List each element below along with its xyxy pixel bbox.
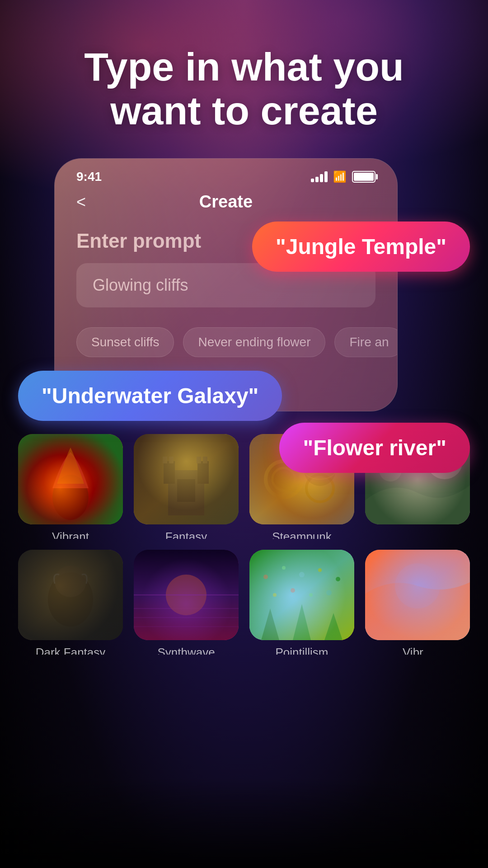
svg-rect-2	[134, 434, 239, 524]
styles-row-2: Dark Fantasy	[18, 550, 470, 655]
style-vibrant[interactable]: Vibrant	[18, 434, 123, 539]
style-synthwave-image	[134, 550, 239, 640]
svg-rect-9	[203, 457, 207, 463]
svg-point-27	[166, 575, 206, 615]
style-vibrant-image	[18, 434, 123, 524]
back-button[interactable]: <	[76, 193, 86, 212]
style-darkfantasy-label: Dark Fantasy	[18, 646, 123, 655]
svg-point-22	[55, 566, 86, 597]
signal-icon	[311, 171, 328, 182]
floating-label-jungle: "Jungle Temple"	[252, 222, 470, 272]
style-darkfantasy[interactable]: Dark Fantasy	[18, 550, 123, 655]
style-darkfantasy-svg	[18, 550, 123, 640]
signal-bar-2	[315, 177, 319, 182]
style-fantasy[interactable]: Fantasy	[134, 434, 239, 539]
heading-line1: Type in what you	[84, 44, 404, 89]
style-vibrant-svg	[18, 434, 123, 524]
svg-rect-7	[169, 457, 174, 463]
svg-point-40	[395, 563, 440, 609]
svg-rect-29	[249, 550, 354, 640]
style-darkfantasy-image	[18, 550, 123, 640]
svg-point-34	[336, 577, 340, 581]
status-bar: 9:41 📶	[55, 159, 397, 188]
svg-point-21	[48, 572, 93, 627]
style-synthwave-svg	[134, 550, 239, 640]
battery-fill	[354, 173, 374, 181]
svg-point-38	[326, 590, 332, 595]
signal-bar-4	[324, 171, 328, 182]
floating-label-flower: "Flower river"	[279, 423, 470, 473]
svg-rect-0	[18, 434, 123, 524]
svg-rect-8	[197, 457, 201, 463]
heading-line2: want to create	[110, 88, 378, 133]
svg-point-13	[272, 468, 295, 491]
style-pointillism-label: Pointillism	[249, 646, 354, 655]
style-vibrant2-svg	[365, 550, 470, 640]
svg-point-36	[291, 588, 295, 593]
style-pointillism-svg	[249, 550, 354, 640]
style-fantasy-label: Fantasy	[134, 530, 239, 539]
style-pointillism[interactable]: Pointillism	[249, 550, 354, 655]
wifi-icon: 📶	[333, 170, 347, 183]
svg-rect-5	[197, 461, 209, 484]
nav-bar: < Create	[55, 188, 397, 221]
style-steampunk-label: Steampunk	[249, 530, 354, 539]
svg-rect-23	[134, 550, 239, 640]
svg-point-31	[282, 566, 286, 570]
svg-rect-4	[164, 461, 175, 484]
style-pointillism-image	[249, 550, 354, 640]
nav-title: Create	[199, 192, 253, 212]
style-fantasy-image	[134, 434, 239, 524]
svg-rect-20	[18, 550, 123, 640]
svg-rect-10	[177, 479, 195, 502]
style-vibrant2[interactable]: Vibr...	[365, 550, 470, 655]
main-heading: Type in what you want to create	[0, 45, 488, 133]
floating-label-underwater: "Underwater Galaxy"	[18, 371, 282, 421]
svg-point-1	[52, 475, 89, 520]
signal-bar-3	[320, 174, 323, 182]
status-time: 9:41	[76, 170, 102, 184]
svg-rect-3	[168, 470, 204, 515]
battery-icon	[352, 171, 375, 183]
style-vibrant2-image	[365, 550, 470, 640]
style-vibrant-label: Vibrant	[18, 530, 123, 539]
style-synthwave-label: Synthwave	[134, 646, 239, 655]
svg-point-30	[263, 575, 268, 579]
style-unknown-label: ...	[365, 530, 470, 539]
svg-point-14	[306, 475, 333, 502]
style-vibrant2-label: Vibr...	[365, 646, 470, 655]
svg-rect-39	[365, 550, 470, 640]
svg-point-33	[318, 568, 322, 572]
svg-point-37	[309, 593, 313, 597]
svg-point-35	[273, 593, 277, 597]
style-fantasy-svg	[134, 434, 239, 524]
svg-rect-6	[163, 457, 167, 463]
signal-bar-1	[311, 179, 314, 182]
svg-point-32	[299, 572, 305, 577]
style-synthwave[interactable]: Synthwave	[134, 550, 239, 655]
status-icons: 📶	[311, 170, 375, 183]
